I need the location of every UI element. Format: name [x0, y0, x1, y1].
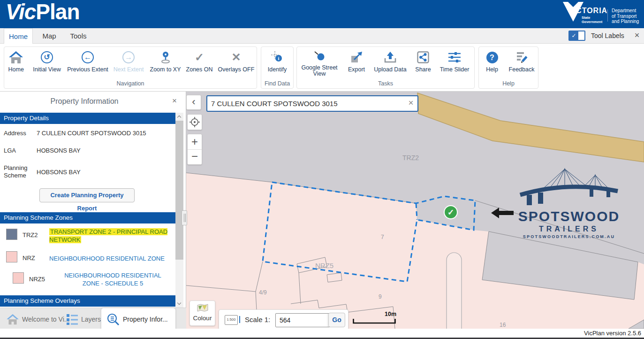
tool-labels-toggle[interactable]: ✓: [568, 31, 585, 41]
property-information-panel: Property Information × Property Details …: [0, 92, 186, 339]
zoom-control: + −: [187, 134, 202, 165]
colour-basemap-button[interactable]: Colour: [189, 300, 215, 326]
export-icon: [350, 50, 363, 65]
overlays-off-button[interactable]: ✕ Overlays OFF: [216, 47, 257, 77]
next-extent-icon: →: [122, 50, 135, 65]
version-text: VicPlan version 2.5.6: [584, 330, 641, 337]
tab-layers[interactable]: Layers: [67, 308, 101, 331]
toolbar-group-navigation: Home ↺ Initial View ← Previous Extent → …: [4, 46, 257, 89]
time-slider-button[interactable]: Time Slider: [437, 47, 472, 77]
search-input[interactable]: [211, 96, 399, 111]
panel-resize-grip[interactable]: [182, 210, 187, 225]
minus-icon: −: [191, 150, 198, 162]
tab-welcome[interactable]: Welcome to Vi...: [7, 308, 69, 331]
victoria-government-logo: VICTORIA State Government Department of …: [562, 1, 644, 27]
tool-labels-label: Tool Labels: [591, 32, 624, 39]
watermark-line2: TRAILERS: [515, 224, 623, 234]
department-label: Department of Transport and Planning: [612, 8, 639, 24]
colour-map-icon: [197, 304, 208, 312]
scale-go-button[interactable]: Go: [328, 313, 345, 327]
tab-home[interactable]: Home: [4, 28, 33, 44]
address-value: 7 CULLEN COURT SPOTSWOOD 3015: [37, 130, 173, 137]
feedback-button[interactable]: Feedback: [505, 47, 538, 77]
google-street-view-button[interactable]: Google Street View: [297, 47, 342, 77]
scrollbar-thumb[interactable]: [175, 121, 183, 260]
trz2-swatch: [6, 229, 17, 240]
nrz5-zone-link[interactable]: NEIGHBOURHOOD RESIDENTIAL ZONE - SCHEDUL…: [55, 271, 170, 287]
scrollbar-down-button[interactable]: [175, 300, 183, 308]
map-search-box: ×: [206, 95, 418, 112]
share-button[interactable]: Share: [409, 47, 437, 77]
locate-button[interactable]: [187, 114, 202, 130]
planning-scheme-zones-header: Planning Scheme Zones: [0, 212, 175, 223]
initial-view-button[interactable]: ↺ Initial View: [28, 47, 66, 77]
lga-value: HOBSONS BAY: [37, 147, 173, 154]
tab-map[interactable]: Map: [38, 28, 61, 44]
property-info-icon: [107, 313, 120, 326]
feedback-icon: [515, 50, 528, 65]
tab-tools[interactable]: Tools: [66, 28, 91, 44]
collapse-search-button[interactable]: ‹: [186, 95, 201, 110]
tab-layers-label: Layers: [81, 316, 101, 323]
home-view-button[interactable]: Home: [4, 47, 28, 77]
trz2-code: TRZ2: [23, 231, 38, 239]
zoom-in-button[interactable]: +: [188, 134, 202, 150]
address-label: Address: [4, 130, 35, 137]
ribbon-toolbar: Home ↺ Initial View ← Previous Extent → …: [0, 44, 644, 92]
logo-plan: Plan: [36, 0, 79, 24]
identify-icon: i: [271, 50, 284, 65]
map-scale-bar: [353, 317, 396, 325]
zoom-to-xy-button[interactable]: Zoom to XY: [148, 47, 183, 77]
close-icon[interactable]: ×: [632, 31, 642, 40]
zoom-out-button[interactable]: −: [188, 150, 202, 165]
watermark-line3: SPOTSWOODTRAILERS.COM.AU: [515, 234, 623, 239]
map-label-parcel-16: 16: [500, 322, 506, 328]
nrz-zone-link[interactable]: NEIGHBOURHOOD RESIDENTIAL ZONE: [49, 254, 169, 262]
scale-ratio-icon: 1:500: [225, 315, 238, 325]
app-header: VicPlan VICTORIA State Government Depart…: [0, 0, 644, 28]
trz2-zone-link[interactable]: TRANSPORT ZONE 2 - PRINCIPAL ROAD NETWOR…: [49, 228, 169, 244]
status-bar: VicPlan version 2.5.6: [0, 329, 644, 338]
identify-button[interactable]: i Identify: [261, 47, 293, 77]
tab-property-information[interactable]: Property Infor...: [101, 308, 175, 331]
logo-divider: [607, 9, 608, 22]
scrollbar-up-button[interactable]: [175, 113, 183, 121]
toggle-check-icon: ✓: [569, 31, 578, 40]
search-clear-icon[interactable]: ×: [406, 98, 416, 108]
scale-bar-label: 10m: [385, 311, 396, 317]
zoom-to-xy-icon: [159, 50, 172, 65]
group-label-find-data: Find Data: [261, 80, 293, 87]
zones-on-button[interactable]: ✓ Zones ON: [183, 47, 216, 77]
panel-close-icon[interactable]: ×: [170, 96, 179, 106]
victoria-wordmark: VICTORIA: [568, 7, 607, 15]
planning-scheme-overlays-header: Planning Scheme Overlays: [0, 295, 175, 307]
initial-view-icon: ↺: [41, 50, 53, 65]
toolbar-group-find-data: i Identify Find Data: [261, 46, 294, 89]
toolbar-group-help: ? Help Feedback Help: [478, 46, 538, 89]
bridge-logo-icon: [519, 167, 619, 207]
spotswood-trailers-watermark: SPOTSWOOD TRAILERS SPOTSWOODTRAILERS.COM…: [515, 167, 623, 239]
export-button[interactable]: Export: [342, 47, 371, 77]
pointer-arrow-icon: [491, 208, 514, 218]
map-label-parcel-9: 9: [379, 293, 382, 300]
previous-extent-icon: ←: [82, 50, 94, 65]
map-canvas[interactable]: TRZ2 NRZ5 7 4/9 9 16 ✓ SPOTSWOOD TRAILER…: [186, 92, 644, 329]
next-extent-button[interactable]: → Next Extent: [109, 47, 147, 77]
planning-scheme-value: HOBSONS BAY: [37, 169, 173, 176]
nrz-code: NRZ: [23, 254, 35, 262]
main-tab-bar: Home Map Tools ✓ Tool Labels ×: [0, 28, 644, 44]
tab-welcome-label: Welcome to Vi...: [22, 316, 69, 323]
previous-extent-button[interactable]: ← Previous Extent: [66, 47, 110, 77]
lga-label: LGA: [4, 147, 35, 154]
state-government-label: State Government: [582, 15, 602, 24]
locate-crosshair-icon: [189, 116, 200, 128]
nrz-swatch: [6, 251, 17, 262]
svg-text:i: i: [278, 56, 280, 61]
nrz5-code: NRZ5: [29, 276, 45, 283]
home-icon: [9, 50, 23, 65]
upload-data-button[interactable]: Upload Data: [371, 47, 409, 77]
help-button[interactable]: ? Help: [479, 47, 505, 77]
help-icon: ?: [486, 50, 498, 65]
create-planning-property-report-button[interactable]: Create Planning Property Report: [39, 188, 135, 202]
tab-property-information-label: Property Infor...: [123, 316, 168, 323]
